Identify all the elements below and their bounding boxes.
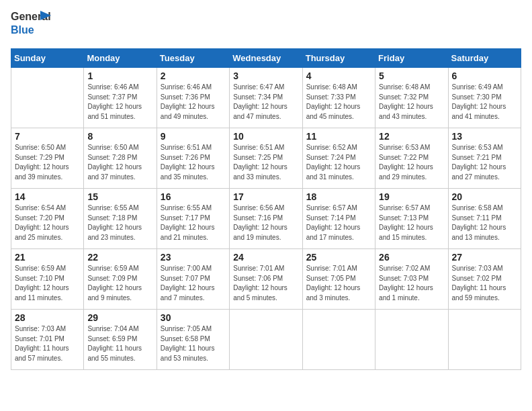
day-cell: 28Sunrise: 7:03 AMSunset: 7:01 PMDayligh… bbox=[11, 310, 84, 370]
day-info: Sunrise: 6:51 AMSunset: 7:25 PMDaylight:… bbox=[233, 143, 298, 182]
week-row-3: 14Sunrise: 6:54 AMSunset: 7:20 PMDayligh… bbox=[11, 189, 521, 249]
col-header-friday: Friday bbox=[375, 49, 448, 68]
day-cell: 30Sunrise: 7:05 AMSunset: 6:58 PMDayligh… bbox=[157, 310, 229, 370]
logo-arrow-icon bbox=[40, 11, 51, 20]
day-cell bbox=[11, 68, 84, 128]
day-info: Sunrise: 6:54 AMSunset: 7:20 PMDaylight:… bbox=[15, 203, 80, 242]
day-info: Sunrise: 6:50 AMSunset: 7:28 PMDaylight:… bbox=[87, 143, 152, 182]
day-number: 3 bbox=[233, 71, 298, 81]
calendar-table: SundayMondayTuesdayWednesdayThursdayFrid… bbox=[11, 48, 521, 370]
day-cell: 10Sunrise: 6:51 AMSunset: 7:25 PMDayligh… bbox=[230, 128, 302, 189]
day-number: 21 bbox=[15, 252, 80, 263]
day-info: Sunrise: 6:55 AMSunset: 7:18 PMDaylight:… bbox=[87, 203, 152, 242]
day-info: Sunrise: 6:57 AMSunset: 7:14 PMDaylight:… bbox=[306, 203, 371, 242]
day-cell: 12Sunrise: 6:53 AMSunset: 7:22 PMDayligh… bbox=[375, 128, 448, 189]
day-cell: 2Sunrise: 6:46 AMSunset: 7:36 PMDaylight… bbox=[157, 68, 229, 128]
day-info: Sunrise: 6:51 AMSunset: 7:26 PMDaylight:… bbox=[161, 143, 226, 182]
day-number: 29 bbox=[87, 312, 152, 323]
logo-container: General Blue bbox=[11, 11, 48, 40]
svg-marker-0 bbox=[40, 11, 51, 20]
day-number: 5 bbox=[379, 71, 444, 81]
day-info: Sunrise: 7:05 AMSunset: 6:58 PMDaylight:… bbox=[161, 324, 226, 363]
day-cell: 26Sunrise: 7:02 AMSunset: 7:03 PMDayligh… bbox=[375, 249, 448, 310]
day-cell: 5Sunrise: 6:48 AMSunset: 7:32 PMDaylight… bbox=[375, 68, 448, 128]
logo-graphic: General Blue bbox=[11, 11, 46, 40]
day-info: Sunrise: 7:01 AMSunset: 7:06 PMDaylight:… bbox=[233, 264, 298, 303]
day-info: Sunrise: 6:50 AMSunset: 7:29 PMDaylight:… bbox=[15, 143, 80, 182]
day-number: 26 bbox=[379, 252, 444, 263]
day-info: Sunrise: 7:03 AMSunset: 7:02 PMDaylight:… bbox=[452, 264, 517, 303]
day-number: 8 bbox=[87, 131, 152, 142]
week-row-1: 1Sunrise: 6:46 AMSunset: 7:37 PMDaylight… bbox=[11, 68, 521, 128]
day-number: 16 bbox=[161, 191, 226, 202]
day-number: 13 bbox=[452, 131, 517, 142]
week-row-4: 21Sunrise: 6:59 AMSunset: 7:10 PMDayligh… bbox=[11, 249, 521, 310]
day-number: 14 bbox=[15, 191, 80, 202]
day-info: Sunrise: 6:53 AMSunset: 7:21 PMDaylight:… bbox=[452, 143, 517, 182]
day-number: 20 bbox=[452, 191, 517, 202]
day-cell bbox=[230, 310, 302, 370]
day-number: 10 bbox=[233, 131, 298, 142]
day-number: 9 bbox=[161, 131, 226, 142]
page-header: General Blue bbox=[11, 11, 521, 40]
day-info: Sunrise: 6:48 AMSunset: 7:33 PMDaylight:… bbox=[306, 83, 371, 122]
col-header-sunday: Sunday bbox=[11, 49, 84, 68]
calendar-header-row: SundayMondayTuesdayWednesdayThursdayFrid… bbox=[11, 49, 521, 68]
day-number: 11 bbox=[306, 131, 371, 142]
day-info: Sunrise: 6:53 AMSunset: 7:22 PMDaylight:… bbox=[379, 143, 444, 182]
col-header-thursday: Thursday bbox=[302, 49, 375, 68]
day-info: Sunrise: 7:04 AMSunset: 6:59 PMDaylight:… bbox=[87, 324, 152, 363]
day-cell: 1Sunrise: 6:46 AMSunset: 7:37 PMDaylight… bbox=[84, 68, 157, 128]
day-cell: 15Sunrise: 6:55 AMSunset: 7:18 PMDayligh… bbox=[84, 189, 157, 249]
day-cell bbox=[448, 310, 521, 370]
day-number: 30 bbox=[161, 312, 226, 323]
day-info: Sunrise: 6:55 AMSunset: 7:17 PMDaylight:… bbox=[161, 203, 226, 242]
day-cell: 3Sunrise: 6:47 AMSunset: 7:34 PMDaylight… bbox=[230, 68, 302, 128]
day-info: Sunrise: 6:58 AMSunset: 7:11 PMDaylight:… bbox=[452, 203, 517, 242]
day-cell: 7Sunrise: 6:50 AMSunset: 7:29 PMDaylight… bbox=[11, 128, 84, 189]
day-cell: 18Sunrise: 6:57 AMSunset: 7:14 PMDayligh… bbox=[302, 189, 375, 249]
day-info: Sunrise: 6:56 AMSunset: 7:16 PMDaylight:… bbox=[233, 203, 298, 242]
day-number: 24 bbox=[233, 252, 298, 263]
col-header-monday: Monday bbox=[84, 49, 157, 68]
day-cell: 4Sunrise: 6:48 AMSunset: 7:33 PMDaylight… bbox=[302, 68, 375, 128]
day-cell: 13Sunrise: 6:53 AMSunset: 7:21 PMDayligh… bbox=[448, 128, 521, 189]
day-info: Sunrise: 7:03 AMSunset: 7:01 PMDaylight:… bbox=[15, 324, 80, 363]
calendar-body: 1Sunrise: 6:46 AMSunset: 7:37 PMDaylight… bbox=[11, 68, 521, 370]
day-cell bbox=[375, 310, 448, 370]
day-cell: 11Sunrise: 6:52 AMSunset: 7:24 PMDayligh… bbox=[302, 128, 375, 189]
day-number: 7 bbox=[15, 131, 80, 142]
day-info: Sunrise: 6:46 AMSunset: 7:36 PMDaylight:… bbox=[161, 83, 226, 122]
day-number: 22 bbox=[87, 252, 152, 263]
day-info: Sunrise: 6:46 AMSunset: 7:37 PMDaylight:… bbox=[87, 83, 152, 122]
day-number: 19 bbox=[379, 191, 444, 202]
day-number: 25 bbox=[306, 252, 371, 263]
day-cell: 9Sunrise: 6:51 AMSunset: 7:26 PMDaylight… bbox=[157, 128, 229, 189]
col-header-wednesday: Wednesday bbox=[230, 49, 302, 68]
day-number: 27 bbox=[452, 252, 517, 263]
day-cell: 22Sunrise: 6:59 AMSunset: 7:09 PMDayligh… bbox=[84, 249, 157, 310]
day-cell: 14Sunrise: 6:54 AMSunset: 7:20 PMDayligh… bbox=[11, 189, 84, 249]
day-info: Sunrise: 6:48 AMSunset: 7:32 PMDaylight:… bbox=[379, 83, 444, 122]
day-cell bbox=[302, 310, 375, 370]
day-cell: 27Sunrise: 7:03 AMSunset: 7:02 PMDayligh… bbox=[448, 249, 521, 310]
day-cell: 29Sunrise: 7:04 AMSunset: 6:59 PMDayligh… bbox=[84, 310, 157, 370]
day-number: 6 bbox=[452, 71, 517, 81]
day-number: 4 bbox=[306, 71, 371, 81]
day-info: Sunrise: 6:59 AMSunset: 7:09 PMDaylight:… bbox=[87, 264, 152, 303]
day-number: 2 bbox=[161, 71, 226, 81]
day-cell: 16Sunrise: 6:55 AMSunset: 7:17 PMDayligh… bbox=[157, 189, 229, 249]
day-cell: 21Sunrise: 6:59 AMSunset: 7:10 PMDayligh… bbox=[11, 249, 84, 310]
day-cell: 20Sunrise: 6:58 AMSunset: 7:11 PMDayligh… bbox=[448, 189, 521, 249]
day-cell: 23Sunrise: 7:00 AMSunset: 7:07 PMDayligh… bbox=[157, 249, 229, 310]
day-cell: 8Sunrise: 6:50 AMSunset: 7:28 PMDaylight… bbox=[84, 128, 157, 189]
day-cell: 6Sunrise: 6:49 AMSunset: 7:30 PMDaylight… bbox=[448, 68, 521, 128]
day-info: Sunrise: 6:59 AMSunset: 7:10 PMDaylight:… bbox=[15, 264, 80, 303]
col-header-saturday: Saturday bbox=[448, 49, 521, 68]
day-info: Sunrise: 6:47 AMSunset: 7:34 PMDaylight:… bbox=[233, 83, 298, 122]
day-cell: 24Sunrise: 7:01 AMSunset: 7:06 PMDayligh… bbox=[230, 249, 302, 310]
logo-blue: Blue bbox=[11, 24, 34, 36]
day-number: 17 bbox=[233, 191, 298, 202]
day-number: 15 bbox=[87, 191, 152, 202]
col-header-tuesday: Tuesday bbox=[157, 49, 229, 68]
